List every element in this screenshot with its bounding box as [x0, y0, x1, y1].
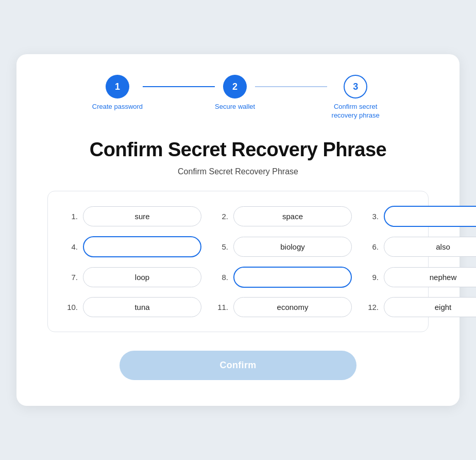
- phrase-input-9[interactable]: [384, 267, 476, 287]
- step-2: 2 Secure wallet: [215, 75, 255, 111]
- phrase-item-6: 6.: [367, 236, 476, 257]
- phrase-num-7: 7.: [66, 273, 78, 282]
- phrase-item-5: 5.: [217, 236, 352, 257]
- phrase-input-10[interactable]: [83, 297, 201, 317]
- phrase-grid-container: 1. 2. 3. 4. 5. 6.: [47, 191, 429, 332]
- step-1-label: Create password: [92, 103, 143, 111]
- phrase-item-9: 9.: [367, 267, 476, 288]
- phrase-num-2: 2.: [217, 212, 228, 221]
- step-1-circle: 1: [106, 75, 129, 98]
- page-subtitle: Confirm Secret Recovery Phrase: [47, 167, 429, 176]
- step-2-label: Secure wallet: [215, 103, 255, 111]
- step-3-circle: 3: [344, 75, 367, 98]
- step-3: 3 Confirm secret recovery phrase: [327, 75, 384, 120]
- phrase-input-5[interactable]: [233, 237, 352, 257]
- phrase-num-1: 1.: [66, 212, 78, 221]
- phrase-item-12: 12.: [367, 297, 476, 317]
- phrase-grid: 1. 2. 3. 4. 5. 6.: [66, 206, 410, 317]
- phrase-input-4[interactable]: [83, 236, 201, 257]
- phrase-num-4: 4.: [66, 242, 78, 251]
- phrase-num-8: 8.: [217, 273, 228, 282]
- phrase-input-12[interactable]: [384, 297, 476, 317]
- step-2-circle: 2: [223, 75, 247, 98]
- step-connector-2: [255, 86, 327, 87]
- phrase-num-10: 10.: [66, 303, 78, 311]
- main-card: 1 Create password 2 Secure wallet 3 Conf…: [16, 54, 460, 406]
- page-title: Confirm Secret Recovery Phrase: [47, 139, 429, 161]
- phrase-num-3: 3.: [367, 212, 379, 221]
- phrase-item-11: 11.: [217, 297, 352, 317]
- phrase-input-8[interactable]: [233, 267, 352, 288]
- stepper: 1 Create password 2 Secure wallet 3 Conf…: [47, 75, 429, 120]
- phrase-input-3[interactable]: [384, 206, 476, 227]
- phrase-num-6: 6.: [367, 242, 379, 251]
- phrase-item-3: 3.: [367, 206, 476, 227]
- phrase-item-7: 7.: [66, 267, 201, 288]
- phrase-num-12: 12.: [367, 303, 379, 311]
- phrase-item-2: 2.: [217, 206, 352, 227]
- phrase-input-11[interactable]: [233, 297, 352, 317]
- phrase-num-9: 9.: [367, 273, 379, 282]
- confirm-button[interactable]: Confirm: [120, 351, 356, 380]
- phrase-item-4: 4.: [66, 236, 201, 257]
- phrase-input-1[interactable]: [83, 206, 201, 226]
- phrase-item-8: 8.: [217, 267, 352, 288]
- phrase-item-1: 1.: [66, 206, 201, 227]
- step-1: 1 Create password: [92, 75, 143, 111]
- step-3-label: Confirm secret recovery phrase: [327, 103, 384, 120]
- step-connector-1: [143, 86, 215, 87]
- phrase-input-6[interactable]: [384, 237, 476, 257]
- phrase-num-11: 11.: [217, 303, 228, 311]
- phrase-input-7[interactable]: [83, 267, 201, 287]
- phrase-item-10: 10.: [66, 297, 201, 317]
- phrase-num-5: 5.: [217, 242, 228, 251]
- phrase-input-2[interactable]: [233, 206, 352, 226]
